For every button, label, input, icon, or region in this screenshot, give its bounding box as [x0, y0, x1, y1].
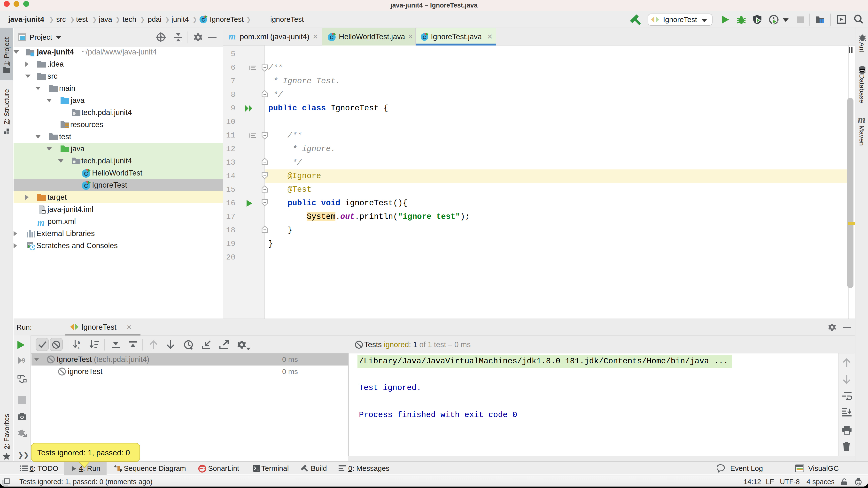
svg-text:9: 9: [22, 357, 25, 364]
svg-text:a: a: [78, 340, 80, 345]
svg-text:C: C: [84, 183, 88, 189]
svg-text:C: C: [202, 17, 205, 23]
svg-text:z: z: [78, 345, 80, 350]
svg-text:C: C: [84, 171, 88, 177]
